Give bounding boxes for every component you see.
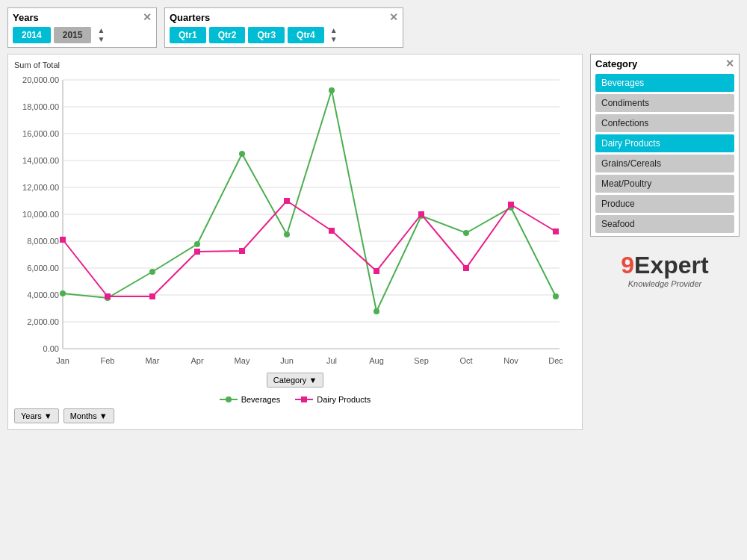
svg-text:May: May xyxy=(235,356,250,365)
svg-text:18,000.00: 18,000.00 xyxy=(22,102,59,111)
category-panel: Category ✕ Beverages Condiments Confecti… xyxy=(590,54,740,430)
months-bottom-btn[interactable]: Months ▼ xyxy=(63,408,114,423)
dairy-dot-sep xyxy=(418,211,424,217)
year-2014[interactable]: 2014 xyxy=(13,27,51,43)
beverages-legend-line xyxy=(220,396,238,403)
qtr2[interactable]: Qtr2 xyxy=(209,27,246,43)
years-filter-box: Years ✕ 2014 2015 ▲ ▼ xyxy=(7,7,157,48)
category-header: Category ✕ xyxy=(595,57,734,69)
category-clear-icon[interactable]: ✕ xyxy=(725,57,734,69)
category-box: Category ✕ Beverages Condiments Confecti… xyxy=(590,54,740,237)
quarters-filter-box: Quarters ✕ Qtr1 Qtr2 Qtr3 Qtr4 ▲ ▼ xyxy=(164,7,403,48)
dairy-dot-jul xyxy=(329,228,335,234)
category-confections[interactable]: Confections xyxy=(595,114,734,132)
dairy-legend-line xyxy=(295,396,313,403)
years-scroll[interactable]: ▲ ▼ xyxy=(97,26,105,44)
svg-text:Mar: Mar xyxy=(146,356,160,365)
svg-text:10,000.00: 10,000.00 xyxy=(22,210,59,219)
category-label: Category xyxy=(595,58,637,69)
svg-text:20,000.00: 20,000.00 xyxy=(22,75,59,84)
chart-bottom: Category ▼ Beverages Dairy Products xyxy=(14,373,576,404)
svg-text:Sep: Sep xyxy=(414,356,429,365)
chart-y-label: Sum of Total xyxy=(14,60,576,69)
dairy-dot-jan xyxy=(60,237,66,243)
bottom-filter-buttons: Years ▼ Months ▼ xyxy=(14,408,576,423)
beverages-dot-jan xyxy=(60,290,66,296)
main-area: Sum of Total .axis-label { font-family: … xyxy=(0,54,747,438)
beverages-dot-dec xyxy=(553,293,559,299)
beverages-dot-mar xyxy=(149,269,155,275)
beverages-dot-oct xyxy=(463,230,469,236)
legend-dairy: Dairy Products xyxy=(295,395,371,404)
svg-text:Jun: Jun xyxy=(280,356,294,365)
svg-text:Apr: Apr xyxy=(190,356,203,365)
dairy-dot-dec xyxy=(553,228,559,234)
svg-text:12,000.00: 12,000.00 xyxy=(22,183,59,192)
quarters-scroll[interactable]: ▲ ▼ xyxy=(330,26,338,44)
months-bottom-icon: ▼ xyxy=(99,411,108,420)
beverages-dot-aug xyxy=(374,308,379,314)
svg-point-38 xyxy=(226,396,232,402)
logo-area: 9Expert Knowledge Provider xyxy=(590,252,740,288)
category-dairy-products[interactable]: Dairy Products xyxy=(595,134,734,152)
dairy-legend-label: Dairy Products xyxy=(317,395,371,404)
dairy-dot-oct xyxy=(463,265,469,271)
chart-container: Sum of Total .axis-label { font-family: … xyxy=(7,54,583,430)
years-clear-icon[interactable]: ✕ xyxy=(143,11,152,23)
qtr3[interactable]: Qtr3 xyxy=(248,27,285,43)
category-meat-poultry[interactable]: Meat/Poultry xyxy=(595,175,734,193)
years-bottom-btn[interactable]: Years ▼ xyxy=(14,408,59,423)
category-seafood[interactable]: Seafood xyxy=(595,215,734,233)
svg-text:6,000.00: 6,000.00 xyxy=(27,264,59,273)
years-bottom-label: Years xyxy=(21,411,42,420)
svg-text:Feb: Feb xyxy=(101,356,115,365)
category-grains-cereals[interactable]: Grains/Cereals xyxy=(595,155,734,172)
years-label: Years xyxy=(13,12,39,23)
category-filter-button[interactable]: Category ▼ xyxy=(267,373,324,388)
category-condiments[interactable]: Condiments xyxy=(595,94,734,112)
category-beverages[interactable]: Beverages xyxy=(595,74,734,92)
months-bottom-label: Months xyxy=(70,411,97,420)
beverages-dot-jun xyxy=(284,231,290,237)
category-filter-label: Category xyxy=(273,376,307,385)
filter-icon: ▼ xyxy=(309,376,317,385)
dairy-line xyxy=(63,201,556,296)
svg-text:Jan: Jan xyxy=(56,356,69,365)
svg-text:14,000.00: 14,000.00 xyxy=(22,156,59,165)
qtr1[interactable]: Qtr1 xyxy=(170,27,206,43)
svg-text:16,000.00: 16,000.00 xyxy=(22,129,59,138)
svg-text:Oct: Oct xyxy=(459,356,472,365)
svg-text:0.00: 0.00 xyxy=(43,344,59,353)
dairy-dot-nov xyxy=(508,202,514,208)
dairy-dot-mar xyxy=(149,293,155,299)
year-2015[interactable]: 2015 xyxy=(54,27,92,43)
beverages-legend-label: Beverages xyxy=(241,395,281,404)
svg-text:Nov: Nov xyxy=(503,356,518,365)
logo-nine: 9 xyxy=(621,252,634,279)
quarters-clear-icon[interactable]: ✕ xyxy=(389,11,398,23)
top-filters: Years ✕ 2014 2015 ▲ ▼ Quarters ✕ Qtr1 Qt… xyxy=(0,0,747,54)
dairy-dot-may xyxy=(239,248,245,254)
svg-text:2014: 2014 xyxy=(302,370,320,371)
quarters-label: Quarters xyxy=(170,12,210,23)
svg-text:8,000.00: 8,000.00 xyxy=(27,237,59,246)
svg-text:4,000.00: 4,000.00 xyxy=(27,290,59,299)
logo-subtitle: Knowledge Provider xyxy=(590,279,740,288)
svg-text:2,000.00: 2,000.00 xyxy=(27,317,59,326)
dairy-dot-jun xyxy=(284,198,290,204)
svg-text:Dec: Dec xyxy=(548,356,563,365)
logo-expert: Expert xyxy=(634,252,709,279)
category-produce[interactable]: Produce xyxy=(595,195,734,213)
category-list: Beverages Condiments Confections Dairy P… xyxy=(595,74,734,233)
beverages-dot-apr xyxy=(194,241,200,247)
chart-svg: .axis-label { font-family: Arial, sans-s… xyxy=(14,72,567,371)
years-bottom-icon: ▼ xyxy=(44,411,52,420)
svg-text:Aug: Aug xyxy=(369,356,384,365)
svg-rect-40 xyxy=(301,396,307,402)
qtr4[interactable]: Qtr4 xyxy=(288,27,324,43)
dairy-dot-feb xyxy=(105,293,111,299)
logo: 9Expert xyxy=(590,252,740,279)
dairy-dot-apr xyxy=(194,249,200,255)
legend-beverages: Beverages xyxy=(220,395,281,404)
legend-area: Beverages Dairy Products xyxy=(220,395,371,404)
